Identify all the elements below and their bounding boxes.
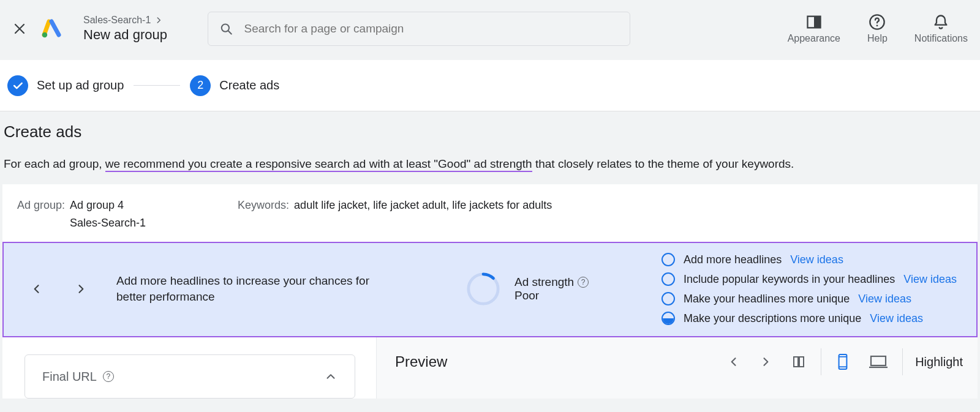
appearance-label: Appearance <box>788 33 840 44</box>
bell-icon <box>932 13 949 31</box>
view-ideas-link[interactable]: View ideas <box>870 312 923 325</box>
step-1-label: Set up ad group <box>37 78 124 92</box>
final-url-field[interactable]: Final URL ? <box>24 354 355 399</box>
ad-card: Ad group: Ad group 4 Sales-Search-1 Keyw… <box>2 184 978 242</box>
keywords-label: Keywords: <box>238 199 289 230</box>
adgroup-label: Ad group: <box>17 199 65 212</box>
status-circle-icon <box>662 292 675 305</box>
ad-strength-donut-icon <box>466 271 501 307</box>
status-circle-icon <box>662 253 675 266</box>
chevron-left-icon <box>728 356 740 368</box>
step-connector <box>134 85 180 86</box>
desc-post: that closely relates to the theme of you… <box>532 157 794 170</box>
preview-prev-button[interactable] <box>728 356 740 368</box>
highlight-toggle[interactable]: Highlight <box>915 355 963 369</box>
preview-pane: Preview <box>376 337 978 399</box>
step-2-label: Create ads <box>219 78 279 92</box>
notifications-label: Notifications <box>914 33 968 44</box>
desktop-icon <box>869 354 888 369</box>
header-actions: Appearance Help Notifications <box>788 13 968 44</box>
appearance-button[interactable]: Appearance <box>788 13 840 44</box>
mobile-preview-button[interactable] <box>836 353 850 370</box>
preview-next-button[interactable] <box>760 356 772 368</box>
page-title: New ad group <box>83 27 167 43</box>
step-1[interactable]: Set up ad group <box>7 75 124 96</box>
chevron-left-icon <box>31 283 43 295</box>
bottom-split: Final URL ? Preview <box>2 337 978 399</box>
status-circle-icon <box>662 272 675 286</box>
recommendation-label: Include popular keywords in your headlin… <box>684 273 895 286</box>
ad-strength-label: Ad strength <box>514 275 574 289</box>
help-button[interactable]: Help <box>867 13 888 44</box>
search-icon <box>219 21 233 36</box>
close-button[interactable] <box>7 17 32 41</box>
suggestion-text: Add more headlines to increase your chan… <box>116 273 398 304</box>
view-ideas-link[interactable]: View ideas <box>790 253 843 266</box>
help-label: Help <box>867 33 888 44</box>
ad-strength-value: Poor <box>514 289 589 302</box>
card-header: Ad group: Ad group 4 Sales-Search-1 Keyw… <box>2 184 978 242</box>
check-icon <box>7 75 28 96</box>
prev-suggestion-button[interactable] <box>26 278 48 300</box>
chevron-up-icon <box>324 370 337 383</box>
left-pane: Final URL ? <box>2 337 376 399</box>
preview-controls: Highlight <box>713 348 963 375</box>
recommendation-label: Add more headlines <box>684 253 782 266</box>
google-ads-logo <box>42 19 61 39</box>
step-2[interactable]: 2 Create ads <box>190 75 279 96</box>
search-box[interactable] <box>208 12 630 46</box>
desktop-preview-button[interactable] <box>869 354 888 369</box>
ad-strength-block: Ad strength ? Poor <box>466 271 589 307</box>
search-input[interactable] <box>243 21 619 36</box>
svg-point-5 <box>876 24 878 26</box>
ad-strength-panel: Add more headlines to increase your chan… <box>2 242 978 337</box>
section: Create ads For each ad group, we recomme… <box>0 111 980 171</box>
svg-rect-8 <box>799 357 804 367</box>
section-description: For each ad group, we recommend you crea… <box>4 157 976 171</box>
recommendation-item: Include popular keywords in your headlin… <box>662 272 957 286</box>
recommendation-item: Make your headlines more unique View ide… <box>662 292 957 305</box>
final-url-label: Final URL <box>42 370 97 384</box>
svg-point-1 <box>222 24 229 31</box>
appearance-icon <box>805 13 823 31</box>
columns-button[interactable] <box>791 354 806 369</box>
adgroup-value: Ad group 4 <box>70 199 124 212</box>
columns-icon <box>791 354 806 369</box>
chevron-right-icon <box>154 16 163 24</box>
recommendation-label: Make your descriptions more unique <box>684 312 861 325</box>
chevron-right-icon <box>75 283 87 295</box>
recommendation-label: Make your headlines more unique <box>684 293 850 305</box>
mobile-icon <box>836 353 850 370</box>
stepper: Set up ad group 2 Create ads <box>0 60 980 111</box>
keywords-value: adult life jacket, life jacket adult, li… <box>294 199 552 230</box>
close-icon <box>12 21 27 36</box>
svg-rect-7 <box>794 357 798 367</box>
svg-rect-3 <box>814 17 821 28</box>
notifications-button[interactable]: Notifications <box>914 13 968 44</box>
breadcrumb: Sales-Search-1 New ad group <box>83 15 167 43</box>
status-circle-half-icon <box>662 312 675 325</box>
adgroup-campaign: Sales-Search-1 <box>70 217 146 230</box>
preview-title: Preview <box>395 353 447 370</box>
desc-highlight: we recommend you create a responsive sea… <box>105 157 532 172</box>
recommendation-item: Add more headlines View ideas <box>662 253 957 266</box>
desc-pre: For each ad group, <box>4 157 105 170</box>
breadcrumb-campaign[interactable]: Sales-Search-1 <box>83 15 151 26</box>
view-ideas-link[interactable]: View ideas <box>858 293 911 305</box>
step-2-number: 2 <box>190 75 211 96</box>
chevron-right-icon <box>760 356 772 368</box>
help-icon <box>869 13 886 31</box>
section-title: Create ads <box>4 122 976 141</box>
next-suggestion-button[interactable] <box>70 278 92 300</box>
help-icon[interactable]: ? <box>578 277 589 288</box>
svg-point-0 <box>42 32 47 37</box>
recommendation-item: Make your descriptions more unique View … <box>662 312 957 325</box>
recommendation-list: Add more headlines View ideas Include po… <box>662 253 960 325</box>
view-ideas-link[interactable]: View ideas <box>903 273 957 286</box>
help-icon[interactable]: ? <box>103 371 114 382</box>
header-bar: Sales-Search-1 New ad group Appearance H… <box>0 0 980 60</box>
svg-rect-12 <box>871 356 886 365</box>
